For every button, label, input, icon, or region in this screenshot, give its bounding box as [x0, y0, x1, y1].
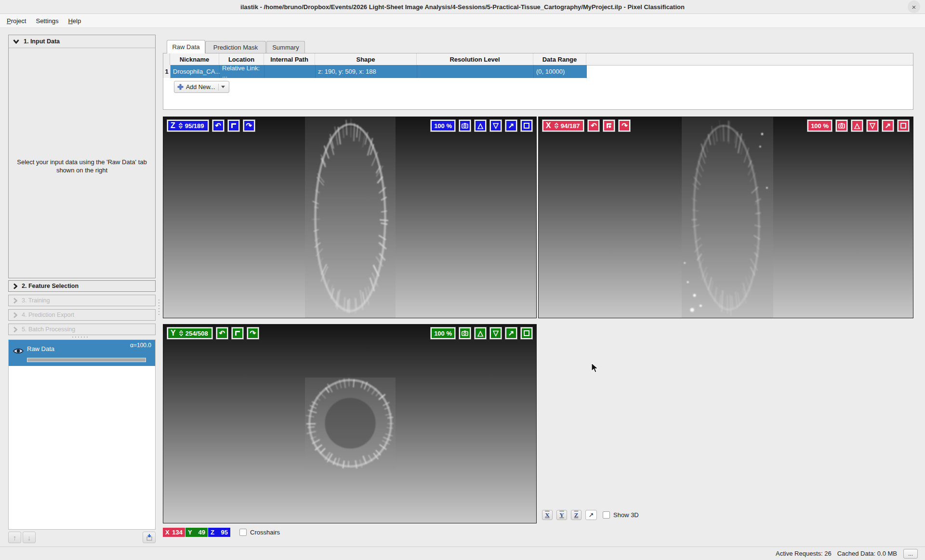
zoom-level-badge[interactable]: 100 % [430, 327, 456, 339]
spin-down-icon[interactable] [555, 126, 558, 129]
col-resolution-level: Resolution Level [417, 53, 533, 65]
col-location: Location [219, 53, 264, 65]
spin-up-icon[interactable] [179, 123, 183, 125]
restore-quad-view-button[interactable]: ↗ [585, 510, 597, 520]
diagonal-arrow-icon: ↗ [508, 329, 515, 337]
crosshairs-checkbox[interactable] [239, 529, 247, 536]
input-help-text: Select your input data using the 'Raw Da… [13, 158, 150, 174]
show-z-view-button[interactable]: Z [571, 510, 581, 520]
viewport-x-slice[interactable]: X 94/187 ↶ ↷ 100 % △ [538, 117, 913, 318]
rotate-right-button[interactable]: ↷ [247, 327, 259, 339]
x-slice-value: 94/187 [561, 122, 580, 130]
layer-item-raw-data[interactable]: Raw Data α=100.0 [9, 340, 155, 366]
vertical-splitter-handle[interactable] [159, 300, 159, 315]
tab-prediction-mask[interactable]: Prediction Mask [205, 41, 266, 53]
rotate-right-button[interactable]: ↷ [243, 119, 255, 132]
slice-down-button[interactable]: ▽ [489, 119, 502, 132]
applet-input-data-label: 1. Input Data [24, 38, 60, 45]
x-slice-spinbox[interactable]: X 94/187 [542, 119, 584, 132]
arrow-up-icon: ↑ [13, 534, 17, 542]
maximize-button[interactable] [897, 119, 910, 132]
snapshot-button[interactable] [835, 119, 848, 132]
rotate-left-button[interactable]: ↶ [216, 327, 228, 339]
axis-z-label: Z [171, 122, 175, 130]
slice-down-button[interactable]: ▽ [866, 119, 879, 132]
zoom-level-badge[interactable]: 100 % [430, 119, 456, 132]
horizontal-splitter-handle[interactable] [72, 337, 92, 338]
swap-axes-button[interactable] [227, 119, 240, 132]
menu-help[interactable]: Help [63, 16, 86, 26]
viewport-y-slice[interactable]: Y 254/508 ↶ ↷ 100 % △ [163, 324, 537, 523]
viewport-z-slice[interactable]: Z 95/189 ↶ ↷ 100 % △ [163, 117, 537, 318]
snapshot-button[interactable] [459, 327, 471, 339]
move-layer-up-button[interactable]: ↑ [8, 532, 21, 543]
snapshot-button[interactable] [459, 119, 471, 132]
pop-out-button[interactable]: ↗ [505, 119, 517, 132]
slice-up-button[interactable]: △ [851, 119, 863, 132]
y-slice-value: 254/508 [185, 330, 208, 337]
rotate-right-button[interactable]: ↷ [618, 119, 631, 132]
menu-settings[interactable]: Settings [31, 16, 63, 26]
dropdown-caret-icon [221, 86, 225, 88]
window-title: ilastik - /home/bruno/Dropbox/Events/202… [240, 3, 685, 11]
menu-project[interactable]: Project [2, 16, 31, 26]
rotate-left-button[interactable]: ↶ [587, 119, 600, 132]
square-icon [523, 122, 530, 129]
cell-resolution-level [417, 65, 534, 78]
alpha-slider[interactable] [27, 358, 146, 362]
col-nickname: Nickname [170, 53, 219, 65]
applet-feature-selection[interactable]: 2. Feature Selection [8, 280, 156, 292]
cell-nickname[interactable]: Drosophila_CA... [171, 65, 220, 78]
slice-up-button[interactable]: △ [474, 327, 487, 339]
table-row[interactable]: 1 Drosophila_CA... Relative Link: ... z:… [163, 65, 913, 78]
slice-down-button[interactable]: ▽ [489, 327, 502, 339]
maximize-button[interactable] [520, 119, 533, 132]
slice-spinner[interactable] [179, 123, 183, 129]
spin-down-icon[interactable] [179, 126, 183, 129]
pop-out-button[interactable]: ↗ [505, 327, 517, 339]
active-requests-status: Active Requests: 26 [776, 550, 832, 557]
export-layer-button[interactable] [143, 532, 156, 543]
add-new-button[interactable]: Add New... [174, 81, 229, 93]
slice-up-button[interactable]: △ [474, 119, 487, 132]
axis-x-label: X [546, 122, 551, 130]
maximize-button[interactable] [520, 327, 533, 339]
pop-out-button[interactable]: ↗ [882, 119, 894, 132]
move-layer-down-button[interactable]: ↓ [23, 532, 36, 543]
triangle-up-icon: △ [477, 122, 483, 129]
cell-location[interactable]: Relative Link: ... [220, 65, 264, 78]
status-more-button[interactable]: ... [903, 549, 918, 559]
show-x-view-button[interactable]: X [542, 510, 553, 520]
y-slice-spinbox[interactable]: Y 254/508 [167, 327, 213, 339]
col-data-range: Data Range [533, 53, 586, 65]
spin-up-icon[interactable] [555, 123, 558, 125]
rotate-left-icon: ↶ [215, 122, 221, 129]
swap-axes-button[interactable] [603, 119, 615, 132]
slice-spinner[interactable] [555, 123, 558, 129]
triangle-up-icon: △ [477, 329, 483, 337]
plus-icon [177, 84, 184, 90]
rotate-left-icon: ↶ [591, 122, 597, 129]
spin-up-icon[interactable] [179, 330, 183, 333]
cell-internal-path[interactable] [264, 65, 316, 78]
show-y-view-button[interactable]: Y [556, 510, 567, 520]
swap-axes-icon [234, 329, 241, 337]
applet-input-data[interactable]: 1. Input Data Select your input data usi… [8, 35, 156, 278]
col-shape: Shape [315, 53, 417, 65]
slice-spinner[interactable] [179, 330, 183, 336]
zoom-level-badge[interactable]: 100 % [807, 119, 832, 132]
eye-icon[interactable] [13, 347, 24, 355]
z-slice-spinbox[interactable]: Z 95/189 [167, 119, 209, 132]
show-3d-checkbox[interactable] [603, 511, 610, 519]
tab-summary[interactable]: Summary [266, 41, 305, 53]
export-icon [145, 534, 153, 541]
close-icon[interactable]: × [908, 0, 920, 13]
applet-prediction-export: 4. Prediction Export [8, 309, 156, 321]
swap-axes-button[interactable] [231, 327, 244, 339]
spin-down-icon[interactable] [179, 334, 183, 336]
embryo-slice-y-image [163, 325, 537, 523]
rotate-left-button[interactable]: ↶ [212, 119, 225, 132]
status-bar: Active Requests: 26 Cached Data: 0.0 MB … [0, 547, 925, 560]
tab-raw-data[interactable]: Raw Data [167, 40, 205, 53]
row-number: 1 [163, 65, 171, 78]
